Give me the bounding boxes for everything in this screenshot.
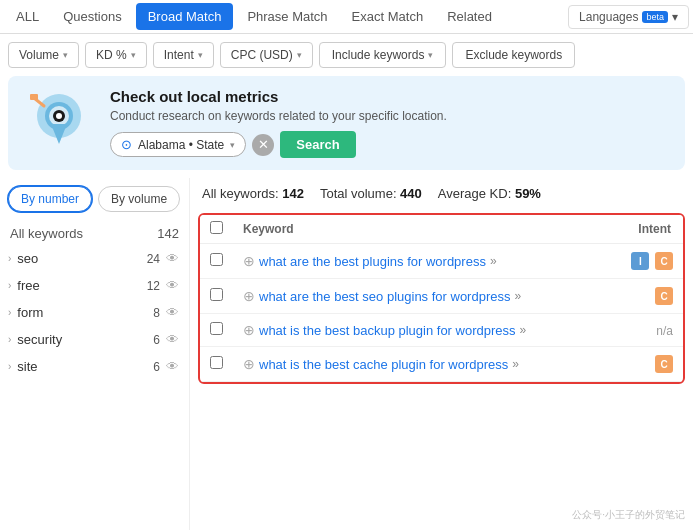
tab-all[interactable]: ALL xyxy=(4,3,51,30)
keyword-link[interactable]: what are the best seo plugins for wordpr… xyxy=(259,289,510,304)
chevron-down-icon: ▾ xyxy=(428,50,433,60)
tab-questions[interactable]: Questions xyxy=(51,3,134,30)
svg-point-4 xyxy=(56,113,62,119)
tab-exact-match[interactable]: Exact Match xyxy=(340,3,436,30)
keywords-table: Keyword Intent ⊕ what are the best p xyxy=(200,215,683,382)
filter-kd[interactable]: KD % ▾ xyxy=(85,42,147,68)
chevron-right-icon: › xyxy=(8,280,11,291)
all-keywords-label: All keywords xyxy=(10,226,83,241)
table-row: ⊕ what are the best plugins for wordpres… xyxy=(200,244,683,279)
expand-icon: ⊕ xyxy=(243,253,255,269)
row-checkbox-cell xyxy=(200,347,233,382)
filter-volume[interactable]: Volume ▾ xyxy=(8,42,79,68)
main-area: By number By volume All keywords 142 › s… xyxy=(0,178,693,530)
row-checkbox[interactable] xyxy=(210,322,223,335)
intent-cell: I C xyxy=(607,244,683,279)
eye-icon[interactable]: 👁 xyxy=(166,278,179,293)
double-arrow-icon: » xyxy=(520,323,527,337)
table-header-row: Keyword Intent xyxy=(200,215,683,244)
filter-intent[interactable]: Intent ▾ xyxy=(153,42,214,68)
watermark: 公众号·小王子的外贸笔记 xyxy=(572,508,685,522)
sidebar-keyword-label: free xyxy=(17,278,39,293)
sidebar-all-keywords-row: All keywords 142 xyxy=(0,222,189,245)
sidebar-item-security[interactable]: › security 6 👁 xyxy=(0,326,189,353)
sidebar-item-site[interactable]: › site 6 👁 xyxy=(0,353,189,380)
tab-broad-match[interactable]: Broad Match xyxy=(136,3,234,30)
filter-exclude-keywords[interactable]: Exclude keywords xyxy=(452,42,575,68)
row-checkbox-cell xyxy=(200,314,233,347)
keyword-column-header: Keyword xyxy=(233,215,607,244)
row-checkbox[interactable] xyxy=(210,356,223,369)
chevron-right-icon: › xyxy=(8,307,11,318)
intent-cell: C xyxy=(607,279,683,314)
eye-icon[interactable]: 👁 xyxy=(166,359,179,374)
keyword-cell: ⊕ what is the best backup plugin for wor… xyxy=(233,314,607,347)
tab-phrase-match[interactable]: Phrase Match xyxy=(235,3,339,30)
chevron-right-icon: › xyxy=(8,334,11,345)
all-keywords-stat-label: All keywords: 142 xyxy=(202,186,304,201)
row-checkbox[interactable] xyxy=(210,253,223,266)
promo-content: Check out local metrics Conduct research… xyxy=(110,88,669,158)
intent-cell: n/a xyxy=(607,314,683,347)
intent-badge-i: I xyxy=(631,252,649,270)
eye-icon[interactable]: 👁 xyxy=(166,332,179,347)
search-button[interactable]: Search xyxy=(280,131,355,158)
double-arrow-icon: » xyxy=(514,289,521,303)
beta-badge: beta xyxy=(642,11,668,23)
keyword-cell: ⊕ what are the best seo plugins for word… xyxy=(233,279,607,314)
eye-icon[interactable]: 👁 xyxy=(166,251,179,266)
na-label: n/a xyxy=(656,324,673,338)
eye-icon[interactable]: 👁 xyxy=(166,305,179,320)
sidebar-item-form[interactable]: › form 8 👁 xyxy=(0,299,189,326)
expand-icon: ⊕ xyxy=(243,322,255,338)
location-icon: ⊙ xyxy=(121,137,132,152)
sidebar-keyword-label: site xyxy=(17,359,37,374)
promo-banner: Check out local metrics Conduct research… xyxy=(8,76,685,170)
chevron-right-icon: › xyxy=(8,253,11,264)
language-label: Languages xyxy=(579,10,638,24)
location-selector[interactable]: ⊙ Alabama • State ▾ xyxy=(110,132,246,157)
chevron-down-icon: ▾ xyxy=(63,50,68,60)
table-row: ⊕ what are the best seo plugins for word… xyxy=(200,279,683,314)
language-button[interactable]: Languages beta ▾ xyxy=(568,5,689,29)
chevron-down-icon: ▾ xyxy=(198,50,203,60)
sort-by-volume-button[interactable]: By volume xyxy=(98,186,180,212)
keyword-link[interactable]: what is the best backup plugin for wordp… xyxy=(259,323,516,338)
clear-location-button[interactable]: ✕ xyxy=(252,134,274,156)
sidebar-item-seo[interactable]: › seo 24 👁 xyxy=(0,245,189,272)
keyword-link[interactable]: what are the best plugins for wordpress xyxy=(259,254,486,269)
table-row: ⊕ what is the best backup plugin for wor… xyxy=(200,314,683,347)
double-arrow-icon: » xyxy=(490,254,497,268)
sidebar-keyword-label: security xyxy=(17,332,62,347)
svg-rect-7 xyxy=(30,94,38,100)
double-arrow-icon: » xyxy=(512,357,519,371)
keyword-link[interactable]: what is the best cache plugin for wordpr… xyxy=(259,357,508,372)
sidebar-keyword-label: form xyxy=(17,305,43,320)
promo-location-row: ⊙ Alabama • State ▾ ✕ Search xyxy=(110,131,669,158)
sort-by-number-button[interactable]: By number xyxy=(8,186,92,212)
average-kd-stat: Average KD: 59% xyxy=(438,186,541,201)
row-checkbox[interactable] xyxy=(210,288,223,301)
location-text: Alabama • State xyxy=(138,138,224,152)
total-volume-stat: Total volume: 440 xyxy=(320,186,422,201)
intent-cell: C xyxy=(607,347,683,382)
stats-bar: All keywords: 142 Total volume: 440 Aver… xyxy=(190,178,693,209)
row-checkbox-cell xyxy=(200,279,233,314)
chevron-down-icon: ▾ xyxy=(297,50,302,60)
checkbox-header xyxy=(200,215,233,244)
intent-badge-c: C xyxy=(655,355,673,373)
right-content: All keywords: 142 Total volume: 440 Aver… xyxy=(190,178,693,530)
tab-related[interactable]: Related xyxy=(435,3,504,30)
sort-buttons: By number By volume xyxy=(0,186,189,222)
filter-include-keywords[interactable]: Include keywords ▾ xyxy=(319,42,447,68)
expand-icon: ⊕ xyxy=(243,288,255,304)
filter-cpc[interactable]: CPC (USD) ▾ xyxy=(220,42,313,68)
filter-bar: Volume ▾ KD % ▾ Intent ▾ CPC (USD) ▾ Inc… xyxy=(0,34,693,76)
sidebar: By number By volume All keywords 142 › s… xyxy=(0,178,190,530)
expand-icon: ⊕ xyxy=(243,356,255,372)
sidebar-item-free[interactable]: › free 12 👁 xyxy=(0,272,189,299)
intent-badge-c: C xyxy=(655,252,673,270)
chevron-down-icon: ▾ xyxy=(131,50,136,60)
select-all-checkbox[interactable] xyxy=(210,221,223,234)
chevron-down-icon: ▾ xyxy=(230,140,235,150)
